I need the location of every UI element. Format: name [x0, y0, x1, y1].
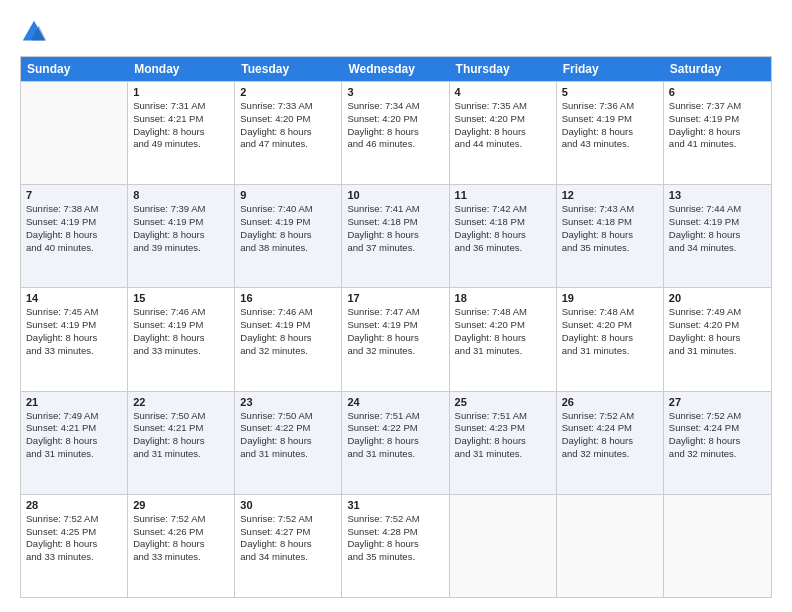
cell-info-line: Sunrise: 7:33 AM: [240, 100, 336, 113]
cell-info-line: Sunrise: 7:41 AM: [347, 203, 443, 216]
cell-info-line: Sunset: 4:19 PM: [133, 319, 229, 332]
cell-info-line: Daylight: 8 hours: [133, 435, 229, 448]
cell-info-line: Sunrise: 7:40 AM: [240, 203, 336, 216]
cell-info-line: Sunrise: 7:31 AM: [133, 100, 229, 113]
cell-info-line: Sunset: 4:19 PM: [347, 319, 443, 332]
day-number: 27: [669, 396, 766, 408]
day-number: 6: [669, 86, 766, 98]
calendar-cell: [557, 495, 664, 597]
cell-info-line: Daylight: 8 hours: [669, 126, 766, 139]
calendar-cell: 19Sunrise: 7:48 AMSunset: 4:20 PMDayligh…: [557, 288, 664, 390]
cell-info-line: and 33 minutes.: [26, 345, 122, 358]
cell-info-line: and 32 minutes.: [669, 448, 766, 461]
cell-info-line: Sunrise: 7:47 AM: [347, 306, 443, 319]
calendar-header: SundayMondayTuesdayWednesdayThursdayFrid…: [21, 57, 771, 81]
cell-info-line: Sunrise: 7:45 AM: [26, 306, 122, 319]
cell-info-line: Daylight: 8 hours: [669, 229, 766, 242]
cal-header-day: Saturday: [664, 57, 771, 81]
cell-info-line: Daylight: 8 hours: [26, 538, 122, 551]
cell-info-line: Daylight: 8 hours: [455, 126, 551, 139]
cell-info-line: Sunrise: 7:43 AM: [562, 203, 658, 216]
day-number: 21: [26, 396, 122, 408]
cell-info-line: Sunset: 4:20 PM: [455, 113, 551, 126]
cell-info-line: Daylight: 8 hours: [347, 229, 443, 242]
cell-info-line: Daylight: 8 hours: [133, 229, 229, 242]
calendar-cell: 28Sunrise: 7:52 AMSunset: 4:25 PMDayligh…: [21, 495, 128, 597]
calendar-cell: 7Sunrise: 7:38 AMSunset: 4:19 PMDaylight…: [21, 185, 128, 287]
calendar-row: 7Sunrise: 7:38 AMSunset: 4:19 PMDaylight…: [21, 184, 771, 287]
calendar-cell: 23Sunrise: 7:50 AMSunset: 4:22 PMDayligh…: [235, 392, 342, 494]
calendar-cell: [450, 495, 557, 597]
cell-info-line: and 31 minutes.: [347, 448, 443, 461]
day-number: 17: [347, 292, 443, 304]
day-number: 25: [455, 396, 551, 408]
calendar-cell: [21, 82, 128, 184]
cell-info-line: Daylight: 8 hours: [669, 435, 766, 448]
day-number: 24: [347, 396, 443, 408]
day-number: 12: [562, 189, 658, 201]
cell-info-line: and 34 minutes.: [240, 551, 336, 564]
calendar-cell: 31Sunrise: 7:52 AMSunset: 4:28 PMDayligh…: [342, 495, 449, 597]
cell-info-line: Daylight: 8 hours: [347, 126, 443, 139]
cell-info-line: Sunrise: 7:52 AM: [240, 513, 336, 526]
logo-icon: [20, 18, 48, 46]
cell-info-line: Sunrise: 7:51 AM: [347, 410, 443, 423]
calendar-cell: 14Sunrise: 7:45 AMSunset: 4:19 PMDayligh…: [21, 288, 128, 390]
cell-info-line: Sunrise: 7:52 AM: [347, 513, 443, 526]
cell-info-line: and 32 minutes.: [562, 448, 658, 461]
cell-info-line: Sunset: 4:25 PM: [26, 526, 122, 539]
cell-info-line: and 33 minutes.: [133, 551, 229, 564]
cell-info-line: Sunset: 4:20 PM: [347, 113, 443, 126]
day-number: 22: [133, 396, 229, 408]
calendar-cell: [664, 495, 771, 597]
cal-header-day: Sunday: [21, 57, 128, 81]
calendar-cell: 1Sunrise: 7:31 AMSunset: 4:21 PMDaylight…: [128, 82, 235, 184]
cell-info-line: Daylight: 8 hours: [133, 538, 229, 551]
cell-info-line: Sunrise: 7:44 AM: [669, 203, 766, 216]
day-number: 2: [240, 86, 336, 98]
cell-info-line: Sunrise: 7:49 AM: [669, 306, 766, 319]
cell-info-line: Sunset: 4:19 PM: [240, 216, 336, 229]
cal-header-day: Tuesday: [235, 57, 342, 81]
cell-info-line: Sunset: 4:22 PM: [240, 422, 336, 435]
cell-info-line: and 31 minutes.: [562, 345, 658, 358]
day-number: 4: [455, 86, 551, 98]
cell-info-line: Daylight: 8 hours: [26, 332, 122, 345]
day-number: 31: [347, 499, 443, 511]
cell-info-line: and 37 minutes.: [347, 242, 443, 255]
day-number: 16: [240, 292, 336, 304]
cell-info-line: Daylight: 8 hours: [562, 126, 658, 139]
cell-info-line: Sunset: 4:20 PM: [562, 319, 658, 332]
day-number: 8: [133, 189, 229, 201]
day-number: 29: [133, 499, 229, 511]
cell-info-line: Sunset: 4:19 PM: [240, 319, 336, 332]
cell-info-line: Daylight: 8 hours: [455, 229, 551, 242]
calendar-row: 21Sunrise: 7:49 AMSunset: 4:21 PMDayligh…: [21, 391, 771, 494]
cell-info-line: Daylight: 8 hours: [240, 332, 336, 345]
cell-info-line: and 31 minutes.: [26, 448, 122, 461]
cell-info-line: Sunset: 4:20 PM: [669, 319, 766, 332]
cell-info-line: Daylight: 8 hours: [562, 229, 658, 242]
cell-info-line: Sunset: 4:19 PM: [133, 216, 229, 229]
day-number: 15: [133, 292, 229, 304]
cell-info-line: Daylight: 8 hours: [240, 538, 336, 551]
cell-info-line: and 49 minutes.: [133, 138, 229, 151]
cell-info-line: Daylight: 8 hours: [133, 126, 229, 139]
calendar-cell: 26Sunrise: 7:52 AMSunset: 4:24 PMDayligh…: [557, 392, 664, 494]
cell-info-line: Sunrise: 7:52 AM: [26, 513, 122, 526]
calendar-cell: 17Sunrise: 7:47 AMSunset: 4:19 PMDayligh…: [342, 288, 449, 390]
calendar-cell: 6Sunrise: 7:37 AMSunset: 4:19 PMDaylight…: [664, 82, 771, 184]
cell-info-line: Daylight: 8 hours: [455, 435, 551, 448]
header: [20, 18, 772, 46]
calendar-cell: 30Sunrise: 7:52 AMSunset: 4:27 PMDayligh…: [235, 495, 342, 597]
cell-info-line: and 39 minutes.: [133, 242, 229, 255]
day-number: 5: [562, 86, 658, 98]
calendar-row: 28Sunrise: 7:52 AMSunset: 4:25 PMDayligh…: [21, 494, 771, 597]
cell-info-line: Daylight: 8 hours: [562, 435, 658, 448]
day-number: 19: [562, 292, 658, 304]
cell-info-line: Daylight: 8 hours: [240, 126, 336, 139]
cell-info-line: Sunrise: 7:50 AM: [240, 410, 336, 423]
calendar-cell: 20Sunrise: 7:49 AMSunset: 4:20 PMDayligh…: [664, 288, 771, 390]
calendar-cell: 10Sunrise: 7:41 AMSunset: 4:18 PMDayligh…: [342, 185, 449, 287]
day-number: 1: [133, 86, 229, 98]
